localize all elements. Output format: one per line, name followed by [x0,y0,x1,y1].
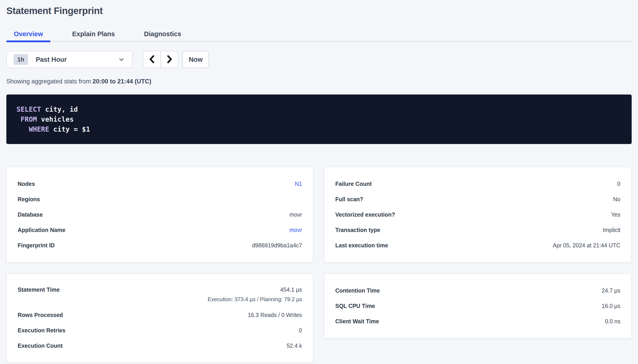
kv-label: Contention Time [335,287,380,294]
kv-value-group: 24.7 µs [601,287,620,294]
kv-row: Failure Count0 [335,176,620,192]
kv-value: Implicit [603,227,620,233]
sql-text-segment: vehicles [37,115,74,123]
kv-value: 52.4 k [287,342,302,349]
kv-row: Regions [18,192,302,207]
kv-row: Transaction typeImplicit [335,222,620,238]
kv-value-group: movr [289,227,302,233]
kv-label: Execution Count [18,342,63,349]
sql-keyword: FROM [21,115,37,123]
kv-value: 24.7 µs [601,287,620,294]
tab-bar: OverviewExplain PlansDiagnostics [6,27,632,42]
kv-row: Execution Count52.4 k [18,338,302,353]
statement-details-card: NodesN1RegionsDatabasemovrApplication Na… [6,167,313,262]
kv-value-group: Implicit [603,227,620,233]
kv-value: movr [289,212,302,218]
chevron-down-icon [118,56,125,63]
kv-label: Database [18,212,43,218]
sql-text-segment [17,125,29,133]
kv-value: 0 [299,327,302,334]
sql-statement-box: SELECT city, id FROM vehicles WHERE city… [6,94,632,144]
kv-label: Failure Count [335,181,372,187]
kv-value-group: 0 [617,181,620,187]
kv-row: Execution Retries0 [18,323,302,338]
stats-line-prefix: Showing aggregated stats from [6,78,93,85]
sql-keyword: SELECT [17,105,41,113]
kv-value-group: 454.1 µsExecution: 373.4 µs / Planning: … [208,286,302,302]
sql-text-segment: city = $1 [49,125,90,133]
aggregated-stats-line: Showing aggregated stats from 20:00 to 2… [6,78,632,85]
sql-text-segment: city, id [41,105,78,113]
kv-value: 16.0 µs [601,303,620,309]
kv-label: SQL CPU Time [335,303,375,309]
kv-value-group: N1 [295,181,302,187]
kv-row: Fingerprint IDd986919d9ba1a4c7 [18,238,302,253]
kv-value-group: d986919d9ba1a4c7 [252,242,302,249]
next-time-range-button[interactable] [161,51,178,68]
kv-subvalue: Execution: 373.4 µs / Planning: 79.2 µs [208,296,302,302]
kv-value-link[interactable]: N1 [295,181,302,187]
kv-label: Regions [18,196,40,202]
tab-overview[interactable]: Overview [6,27,51,41]
kv-row: Rows Processed16.3 Reads / 0 Writes [18,307,302,323]
now-button[interactable]: Now [182,51,209,68]
kv-row: Contention Time24.7 µs [335,283,620,298]
time-range-label: Past Hour [36,56,67,63]
kv-label: Last execution time [335,242,388,249]
kv-value: 0 [617,181,620,187]
kv-label: Client Wait Time [335,318,379,325]
time-range-select[interactable]: 1h Past Hour [6,51,133,68]
kv-value-group: 16.3 Reads / 0 Writes [248,312,302,318]
previous-time-range-button[interactable] [144,51,161,68]
execution-attributes-card: Failure Count0Full scan?NoVectorized exe… [324,167,632,262]
kv-label: Nodes [18,181,35,187]
kv-row: Client Wait Time0.0 ns [335,314,620,329]
kv-row: Full scan?No [335,192,620,207]
sql-statement-text: SELECT city, id FROM vehicles WHERE city… [17,104,621,134]
stats-line-range: 20:00 to 21:44 (UTC) [93,78,151,85]
sql-text-segment [17,115,21,123]
kv-row: Databasemovr [18,207,302,222]
kv-row: Application Namemovr [18,222,302,238]
kv-label: Application Name [18,227,65,233]
time-range-badge: 1h [14,54,28,65]
kv-row: Statement Time454.1 µsExecution: 373.4 µ… [18,283,302,307]
kv-label: Full scan? [335,196,363,202]
kv-label: Rows Processed [18,312,63,318]
statement-fingerprint-page: Statement Fingerprint OverviewExplain Pl… [0,0,638,363]
tab-diagnostics[interactable]: Diagnostics [137,27,189,41]
kv-value: Apr 05, 2024 at 21:44 UTC [553,242,620,249]
tab-explain-plans[interactable]: Explain Plans [65,27,122,41]
kv-value-group: Yes [611,212,620,218]
kv-label: Statement Time [18,286,60,293]
time-controls: 1h Past Hour Now [6,51,632,68]
kv-value: 16.3 Reads / 0 Writes [248,312,302,318]
kv-label: Transaction type [335,227,380,233]
kv-value-group: 0.0 ns [605,318,620,325]
kv-value-link[interactable]: movr [289,227,302,233]
kv-row: Last execution timeApr 05, 2024 at 21:44… [335,238,620,253]
kv-value: Yes [611,212,620,218]
kv-value-group: movr [289,212,302,218]
kv-value-group: Apr 05, 2024 at 21:44 UTC [553,242,620,249]
kv-label: Fingerprint ID [18,242,55,249]
kv-row: NodesN1 [18,176,302,192]
kv-value-group: 16.0 µs [601,303,620,309]
page-title: Statement Fingerprint [6,6,632,16]
kv-row: Vectorized execution?Yes [335,207,620,222]
sql-keyword: WHERE [29,125,49,133]
kv-value-group: 52.4 k [287,342,302,349]
time-step-buttons [143,51,178,68]
statement-timings-card: Statement Time454.1 µsExecution: 373.4 µ… [6,273,313,363]
kv-label: Execution Retries [18,327,65,334]
kv-value: No [613,196,620,202]
kv-label: Vectorized execution? [335,212,395,218]
chevron-left-icon [148,54,157,65]
kv-row: SQL CPU Time16.0 µs [335,298,620,314]
kv-value: 0.0 ns [605,318,620,325]
kv-value: d986919d9ba1a4c7 [252,242,302,249]
kv-value: 454.1 µs [280,286,302,293]
wait-times-card: Contention Time24.7 µsSQL CPU Time16.0 µ… [324,273,632,338]
kv-value-group: No [613,196,620,202]
summary-cards: NodesN1RegionsDatabasemovrApplication Na… [6,167,632,363]
